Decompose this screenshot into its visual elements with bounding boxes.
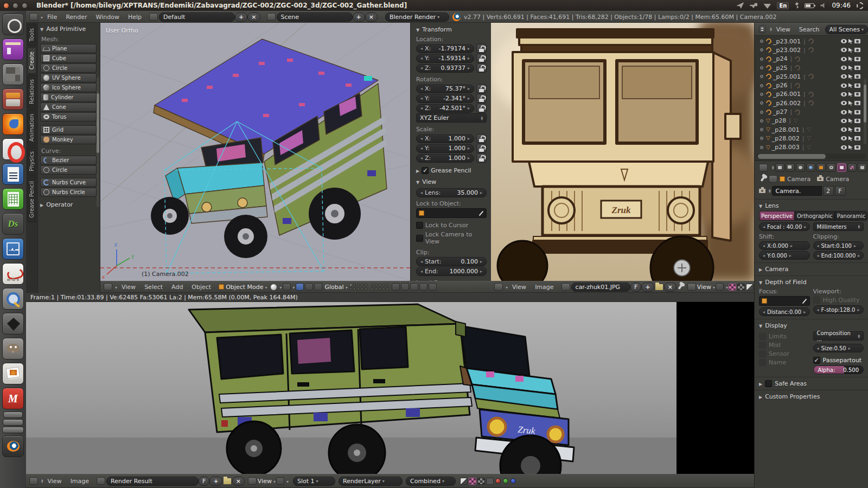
image-editor-dropdown[interactable] [504,284,508,291]
add-nurbs-circle-button[interactable]: Nurbs Circle [40,188,97,197]
render-engine-selector[interactable]: Blender Render [385,12,449,22]
channel-alpha-icon[interactable] [460,478,468,485]
tab-physics-icon[interactable] [858,163,867,172]
render-opengl-icon[interactable] [419,283,427,291]
render-anim-icon[interactable] [429,283,437,291]
lock-location-y-button[interactable] [476,54,487,63]
tab-physics[interactable]: Physics [27,147,36,176]
shift-y-field[interactable]: Y:0.000 [759,251,810,260]
focus-object-field[interactable] [759,296,810,306]
tab-animation[interactable]: Animation [27,110,36,146]
outliner-row[interactable]: _p26.002| [760,99,860,107]
outliner-hscrollbar[interactable] [757,153,866,159]
location-x-field[interactable]: X:-1.79174 [416,44,474,53]
layers-widget-right[interactable] [371,284,390,291]
channel-color-icon[interactable] [477,478,485,485]
launcher-opera-icon[interactable] [2,138,24,160]
fstop-field[interactable]: F-stop:128.0 [813,305,864,314]
size-field[interactable]: Size:0.50 [813,344,864,352]
viewport-3d[interactable]: z y x User Ortho (1) Camera.002 [100,23,410,281]
eye-icon[interactable] [841,74,847,79]
orthographic-button[interactable]: Orthographic [795,211,835,221]
lock-rotation-y-button[interactable] [476,94,487,103]
lock-scale-y-button[interactable] [476,144,487,153]
camera-toggle-icon[interactable] [854,127,860,132]
pivot-dropdown[interactable] [291,284,295,291]
camera-toggle-icon[interactable] [854,84,860,88]
camera-toggle-icon[interactable] [854,145,860,150]
breadcrumb-data[interactable]: Camera [826,176,849,183]
screen-layout-selector[interactable]: Default [159,12,235,22]
viewport-menu-view[interactable]: View [117,284,140,291]
pivot-point-icon[interactable] [276,477,284,485]
mode-dropdown[interactable]: Object Mode [226,284,267,291]
rotation-z-field[interactable]: Z:-42.501° [416,104,474,113]
bottom-menu-view[interactable]: View [43,478,66,485]
add-torus-button[interactable]: Torus [40,112,97,121]
add-monkey-button[interactable]: Monkey [40,135,97,144]
bottom-menu-image[interactable]: Image [66,478,93,485]
viewport-editor-type-icon[interactable] [104,283,112,291]
viewport-shading-icon[interactable] [271,284,277,290]
image-view-dropdown[interactable]: View [258,478,276,485]
pivot-point-dropdown[interactable] [724,284,728,291]
record-green-icon[interactable] [503,478,508,484]
view-mode-icon[interactable] [687,283,696,291]
scale-y-field[interactable]: Y:1.000 [416,144,474,153]
lock-to-cursor-checkbox[interactable] [416,222,423,229]
proportional-edit-icon[interactable] [401,283,409,291]
indicator-app-icon[interactable] [736,2,744,9]
outliner-row[interactable]: ▽_p28.002|▽ [760,134,860,143]
eye-icon[interactable] [841,84,847,88]
tab-scene-icon[interactable] [796,163,805,172]
launcher-files-icon[interactable] [2,38,24,60]
channel-color-alpha-icon[interactable] [729,284,736,291]
tab-render-layers-icon[interactable] [786,163,795,172]
image-editor-type-icon[interactable] [494,283,503,291]
users-count-button[interactable]: 2 [823,186,834,196]
camera-toggle-icon[interactable] [854,66,860,70]
panoramic-button[interactable]: Panoramic [835,211,867,221]
eye-icon[interactable] [841,48,847,52]
add-nurbs-curve-button[interactable]: Nurbs Curve [40,178,97,187]
add-scene-button[interactable] [353,12,365,22]
cursor-icon[interactable] [848,74,853,79]
clock[interactable]: 09:46 [832,2,851,9]
scene-selector[interactable]: Scene [277,12,353,22]
outliner-row[interactable]: ▽_p28.003|▽ [760,143,860,152]
cursor-icon[interactable] [848,101,853,106]
scale-z-field[interactable]: Z:1.000 [416,154,474,163]
properties-editor-type-icon[interactable] [759,164,768,171]
cursor-icon[interactable] [848,136,853,141]
clip-end-field[interactable]: End:100.000 [813,251,864,260]
delete-layout-button[interactable] [247,12,260,22]
lock-location-x-button[interactable] [476,44,487,53]
eye-icon[interactable] [841,136,847,140]
safe-areas-checkbox[interactable] [765,380,772,387]
tab-world-icon[interactable] [806,163,815,172]
viewport-menu-object[interactable]: Object [187,284,215,291]
camera-toggle-icon[interactable] [854,119,860,123]
cursor-icon[interactable] [848,110,853,114]
composition-guides-dropdown[interactable]: Composition ...▴▾ [813,331,864,341]
image-datablock-icon[interactable] [97,477,105,485]
tab-relations[interactable]: Relations [27,75,36,108]
outliner-row[interactable]: _p24| [760,55,860,63]
lock-scale-x-button[interactable] [476,134,487,143]
pin-icon[interactable] [760,176,765,182]
launcher-libreoffice-calc-icon[interactable] [2,188,24,210]
camera-toggle-icon[interactable] [854,57,860,61]
tab-tools[interactable]: Tools [27,24,36,46]
outliner-row[interactable]: _p26.001| [760,90,860,99]
tab-grease-pencil[interactable]: Grease Pencil [27,177,36,222]
add-uv-sphere-button[interactable]: UV Sphere [40,73,97,82]
add-plane-button[interactable]: Plane [40,44,97,53]
new-image-button[interactable] [641,282,654,292]
open-image-folder-icon[interactable] [224,478,231,484]
image-view-dropdown[interactable]: View [697,284,715,291]
passepartout-checkbox[interactable] [813,357,820,364]
tool-shelf-scrollbar[interactable] [97,77,99,207]
eye-icon[interactable] [841,92,847,97]
add-grid-button[interactable]: Grid [40,125,97,134]
add-cone-button[interactable]: Cone [40,102,97,112]
